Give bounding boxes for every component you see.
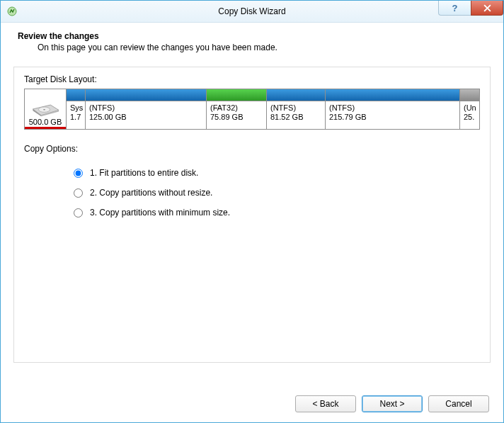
copy-options-section: Copy Options: 1. Fit partitions to entir… <box>24 144 480 218</box>
svg-point-5 <box>43 109 45 110</box>
disk-layout: 500.0 GB Sys 1.7 (NTFS) 125.00 GB <box>24 89 480 130</box>
partition-ntfs-1[interactable]: (NTFS) 125.00 GB <box>86 89 207 129</box>
partition-bar <box>207 89 266 101</box>
next-button[interactable]: Next > <box>362 395 423 412</box>
partition-bar <box>267 89 325 101</box>
help-icon: ? <box>452 3 458 13</box>
option-label: 3. Copy partitions with minimum size. <box>90 208 230 218</box>
cancel-button[interactable]: Cancel <box>428 395 489 412</box>
partition-ntfs-3[interactable]: (NTFS) 215.79 GB <box>326 89 460 129</box>
window-buttons: ? <box>438 1 503 16</box>
partition-bar <box>326 89 459 101</box>
title-bar: Copy Disk Wizard ? <box>1 1 503 23</box>
close-button[interactable] <box>471 1 503 16</box>
disk-device[interactable]: 500.0 GB <box>25 89 67 129</box>
partition-unallocated[interactable]: (Un 25. <box>460 89 479 129</box>
partition-info: (NTFS) 81.52 GB <box>267 101 325 129</box>
radio-copy-without-resize[interactable] <box>74 188 83 198</box>
partition-bar <box>460 89 479 101</box>
partition-info: (NTFS) 215.79 GB <box>326 101 459 129</box>
window-title: Copy Disk Wizard <box>1 6 503 16</box>
option-label: 1. Fit partitions to entire disk. <box>90 168 198 178</box>
close-icon <box>483 4 491 12</box>
help-button[interactable]: ? <box>438 1 471 16</box>
disk-size: 500.0 GB <box>25 118 66 129</box>
app-icon <box>6 6 18 17</box>
option-label: 2. Copy partitions without resize. <box>90 188 212 198</box>
partition-system-reserved[interactable]: Sys 1.7 <box>67 89 86 129</box>
option-copy-minimum-size[interactable]: 3. Copy partitions with minimum size. <box>74 208 480 218</box>
option-copy-without-resize[interactable]: 2. Copy partitions without resize. <box>74 188 480 198</box>
option-fit-partitions[interactable]: 1. Fit partitions to entire disk. <box>74 168 480 178</box>
back-button[interactable]: < Back <box>295 395 356 412</box>
partition-info: (NTFS) 125.00 GB <box>86 101 206 129</box>
partition-fat32[interactable]: (FAT32) 75.89 GB <box>207 89 267 129</box>
wizard-window: Copy Disk Wizard ? Review the changes On… <box>0 0 504 423</box>
partition-bar <box>86 89 206 101</box>
hdd-icon <box>30 96 61 118</box>
page-subtitle: On this page you can review the changes … <box>18 41 499 52</box>
partition-info: Sys 1.7 <box>67 101 85 129</box>
target-disk-label: Target Disk Layout: <box>24 74 480 84</box>
footer-buttons: < Back Next > Cancel <box>295 395 489 412</box>
radio-copy-minimum-size[interactable] <box>74 208 83 218</box>
partition-bar <box>67 89 85 101</box>
partition-ntfs-2[interactable]: (NTFS) 81.52 GB <box>267 89 326 129</box>
page-header: Review the changes On this page you can … <box>1 23 503 60</box>
radio-fit-partitions[interactable] <box>74 169 83 178</box>
partition-info: (Un 25. <box>460 101 479 129</box>
main-panel: Target Disk Layout: 500.0 GB Sys 1.7 <box>13 67 491 363</box>
page-title: Review the changes <box>18 31 499 41</box>
partition-info: (FAT32) 75.89 GB <box>207 101 266 129</box>
copy-options-label: Copy Options: <box>24 144 480 154</box>
